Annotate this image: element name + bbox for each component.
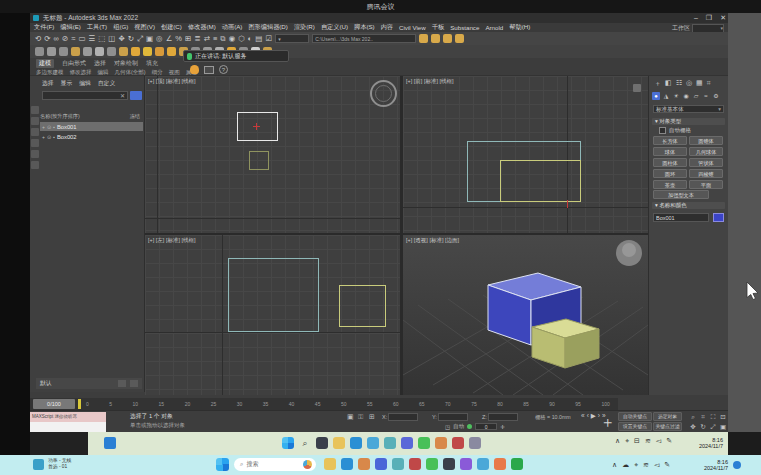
plugin-toolbar-icon-2[interactable] [59, 47, 68, 56]
pan-icon[interactable]: ✥ [688, 422, 698, 432]
filter-shapes-icon[interactable] [31, 128, 39, 136]
menu-item-16[interactable]: Arnold [485, 24, 503, 31]
clear-search-icon[interactable]: ✕ [120, 92, 125, 100]
selection-filter-dropdown[interactable]: ▾ [275, 34, 309, 43]
app-icon-2[interactable] [375, 458, 387, 470]
primitive-button-8[interactable]: 茶壶 [653, 180, 687, 189]
menu-item-15[interactable]: Substance [450, 24, 479, 31]
app-icon-1[interactable] [367, 437, 379, 449]
lights-category-icon[interactable]: ☀ [672, 92, 680, 100]
filter-lights-icon[interactable] [31, 139, 39, 147]
primitive-button-1[interactable]: 圆锥体 [689, 136, 723, 145]
grid-toggle-icon[interactable]: ⊞ [369, 413, 375, 421]
viewport-layout-icon[interactable]: ▣ [718, 422, 728, 432]
tray-mic-icon[interactable]: ⌖ [625, 437, 629, 445]
app-icon-3[interactable] [401, 437, 413, 449]
zoom-all-icon[interactable]: ⌗ [698, 412, 708, 422]
menu-item-9[interactable]: 渲染(R) [294, 23, 315, 32]
viewport-top[interactable]: [+] [顶] [标准] [线框] [145, 76, 400, 233]
autogrid-option[interactable]: 自动栅格 [659, 127, 691, 134]
systems-category-icon[interactable]: ⚙ [712, 92, 720, 100]
toolbar-icon-9[interactable]: ✥ [118, 33, 124, 44]
toolbar-icon-20[interactable]: ⧉ [220, 33, 225, 44]
toolbar-icon-2[interactable]: ∞ [54, 33, 59, 44]
toolbar-icon-23[interactable]: ◐ [248, 33, 253, 44]
primitive-button-4[interactable]: 圆柱体 [653, 158, 687, 167]
open-folder-icon[interactable] [419, 34, 428, 43]
object-name[interactable]: Box002 [57, 134, 77, 140]
explorer-menu-3[interactable]: 自定义 [98, 79, 115, 88]
ribbon-panel-3[interactable]: 几何体(全部) [115, 69, 146, 76]
toolbar-icon-13[interactable]: ◎ [156, 33, 163, 44]
tray-weather-icon[interactable]: ☁ [622, 461, 629, 469]
object-name-field[interactable]: Box001 [653, 213, 709, 222]
edge-browser-icon[interactable] [341, 458, 353, 470]
tray-mic-icon[interactable]: ⌖ [634, 461, 638, 469]
widgets-icon[interactable] [104, 437, 116, 449]
menu-item-12[interactable]: 内容 [381, 23, 393, 32]
frame-tick-7[interactable]: 35 [263, 398, 269, 410]
modify-tab-icon[interactable]: ◧ [665, 79, 672, 89]
zoom-extents-icon[interactable]: ⛶ [708, 412, 718, 422]
menu-item-3[interactable]: 组(G) [113, 23, 128, 32]
display-tab-icon[interactable]: ▦ [696, 79, 703, 89]
app-icon-8[interactable] [511, 458, 523, 470]
hierarchy-tab-icon[interactable]: ☷ [676, 79, 682, 89]
tray-display-icon[interactable]: ⊟ [634, 437, 640, 445]
toolbar-icon-1[interactable]: ⟳ [44, 33, 50, 44]
toolbar-icon-5[interactable]: ▭ [78, 33, 85, 44]
motion-tab-icon[interactable]: ◎ [686, 79, 692, 89]
filter-cameras-icon[interactable] [31, 150, 39, 158]
auto-key-button[interactable]: 自动关键点 [618, 412, 652, 421]
frame-tick-17[interactable]: 85 [523, 398, 529, 410]
menu-item-0[interactable]: 文件(F) [34, 23, 54, 32]
menu-item-4[interactable]: 视图(V) [134, 23, 155, 32]
helpers-category-icon[interactable]: ▱ [692, 92, 700, 100]
menu-item-7[interactable]: 动画(A) [222, 23, 243, 32]
primitive-button-2[interactable]: 球体 [653, 147, 687, 156]
file-explorer-icon[interactable] [324, 458, 336, 470]
cameras-category-icon[interactable]: ◉ [682, 92, 690, 100]
current-frame-field[interactable]: 0 [475, 423, 497, 430]
menu-item-14[interactable]: 千板 [432, 23, 444, 32]
expand-icon[interactable]: + [42, 124, 45, 130]
tray-volume-icon[interactable]: ◅ [654, 461, 659, 469]
viewport-left[interactable]: [+] [左] [标准] [线框] [145, 235, 400, 395]
frozen-column-header[interactable]: 冻结 [130, 112, 140, 120]
zoom-extents-all-icon[interactable]: ⊡ [718, 412, 728, 422]
viewport-perspective[interactable]: [+] [透视] [标准] [边面] [403, 235, 648, 395]
visibility-eye-icon[interactable]: ⊙ [47, 134, 51, 140]
frame-tick-18[interactable]: 90 [549, 398, 555, 410]
set-key-button[interactable]: 设置关键点 [618, 422, 652, 431]
filter-helpers-icon[interactable] [31, 161, 39, 169]
windows-start-button[interactable] [216, 458, 229, 471]
toolbar-icon-0[interactable]: ⟲ [35, 33, 41, 44]
ribbon-panel-0[interactable]: 多边形建模 [36, 69, 64, 76]
frame-tick-20[interactable]: 100 [601, 398, 609, 410]
plugin-toolbar-icon-0[interactable] [35, 47, 44, 56]
windows-start-button[interactable] [282, 437, 294, 449]
ribbon-panel-4[interactable]: 细分 [152, 69, 163, 76]
object-name[interactable]: Box001 [57, 124, 77, 130]
frame-tick-8[interactable]: 40 [289, 398, 295, 410]
frame-tick-14[interactable]: 70 [445, 398, 451, 410]
app-icon-4[interactable] [409, 458, 421, 470]
transport-button-0[interactable]: « [581, 412, 585, 420]
app-icon-1[interactable] [358, 458, 370, 470]
qq-icon[interactable] [477, 458, 489, 470]
toolbar-icon-15[interactable]: % [175, 33, 182, 44]
viewport-mini-icon[interactable] [633, 84, 641, 92]
set-key-icon[interactable]: ✛ [500, 424, 505, 430]
wechat-icon[interactable] [418, 437, 430, 449]
news-widget-icon[interactable] [33, 459, 44, 470]
toolbar-icon-3[interactable]: ⊘ [62, 33, 68, 44]
geometry-category-icon[interactable]: ● [652, 92, 660, 100]
app-icon-4[interactable] [435, 437, 447, 449]
explorer-menu-0[interactable]: 选择 [42, 79, 54, 88]
maxscript-mini-listener[interactable]: MAXScript 迷你侦听器 [30, 412, 106, 422]
ribbon-panel-2[interactable]: 编辑 [98, 69, 109, 76]
app-icon-6[interactable] [469, 437, 481, 449]
utilities-tab-icon[interactable]: ⌗ [707, 79, 711, 89]
zoom-icon[interactable]: ⌕ [688, 412, 698, 422]
viewport-perspective-label[interactable]: [+] [透视] [标准] [边面] [406, 237, 459, 244]
